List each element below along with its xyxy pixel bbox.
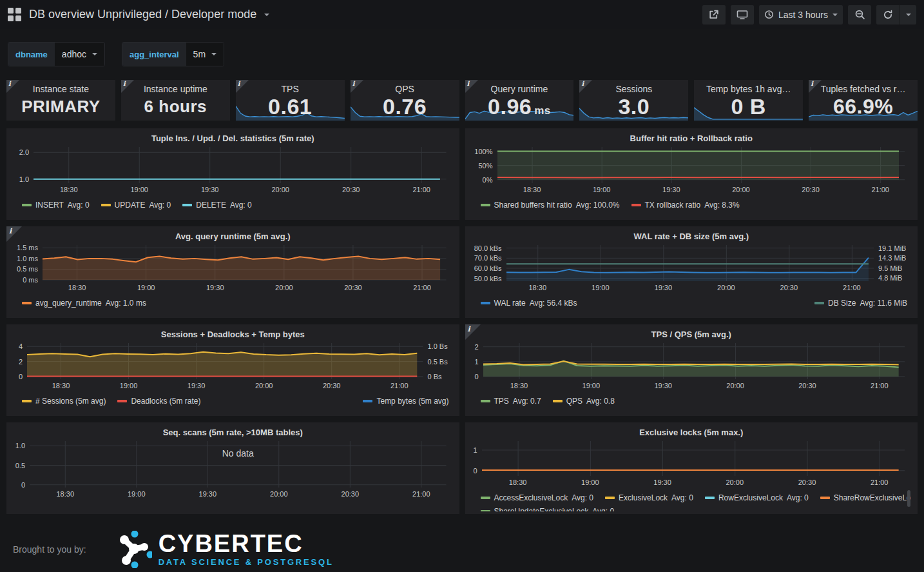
legend-item[interactable]: Temp bytes (5m avg) (363, 397, 448, 406)
stat-title[interactable]: Query runtime (465, 84, 574, 94)
y-axis-right: 19.1 MiB14.3 MiB9.5 MiB4.8 MiB (874, 245, 911, 293)
legend-series-color (101, 204, 111, 206)
stat-title[interactable]: Sessions (579, 84, 688, 94)
panel-title[interactable]: WAL rate + DB size (5m avg.) (472, 230, 912, 245)
legend-item[interactable]: ShareUpdateExclusiveLockAvg: 0 (481, 507, 615, 512)
legend-item[interactable]: DB SizeAvg: 11.6 MiB (814, 299, 907, 308)
x-tick-label: 19:00 (120, 382, 138, 390)
legend-series-name: INSERT (35, 201, 64, 210)
panel-info-icon[interactable]: i (809, 80, 822, 93)
panel-info-icon[interactable]: i (6, 80, 19, 93)
variable-value-dropdown[interactable]: adhoc (55, 43, 104, 66)
x-tick-label: 20:00 (717, 284, 735, 291)
legend-item[interactable]: DELETEAvg: 0 (182, 201, 252, 210)
legend-item[interactable]: # Sessions (5m avg) (22, 397, 106, 406)
legend-item[interactable]: AccessExclusiveLockAvg: 0 (481, 493, 594, 502)
legend-item[interactable]: WAL rateAvg: 56.4 kBs (481, 299, 577, 308)
legend-series-name: RowExclusiveLock (718, 493, 783, 502)
legend-item[interactable]: ExclusiveLockAvg: 0 (605, 493, 693, 502)
stat-value: 3.0 (579, 94, 688, 119)
tv-kiosk-button[interactable] (731, 5, 754, 25)
panel-title[interactable]: TPS / QPS (5m avg.) (472, 328, 912, 343)
panel-title[interactable]: Buffer hit ratio + Rollback ratio (472, 132, 912, 147)
y-axis-right (447, 441, 453, 499)
legend-item[interactable]: Shared buffers hit ratioAvg: 100.0% (481, 201, 620, 210)
x-axis-labels: 18:3019:0019:3020:0020:3021:00 (43, 281, 447, 293)
legend-item[interactable]: UPDATEAvg: 0 (101, 201, 171, 210)
y-axis-left: 80.0 kBs70.0 kBs60.0 kBs50.0 kBs (472, 245, 506, 293)
y-tick-label-right: 0.5 Bs (428, 358, 448, 366)
panel-info-icon[interactable]: i (6, 226, 22, 242)
legend-item[interactable]: INSERTAvg: 0 (22, 201, 90, 210)
panel-title[interactable]: Sessions + Deadlocks + Temp bytes (13, 328, 453, 343)
x-tick-label: 20:30 (342, 490, 360, 498)
panel-title[interactable]: Exclusive locks (5m max.) (472, 426, 912, 441)
panel-info-icon[interactable]: i (579, 80, 592, 93)
x-axis-labels: 18:3019:0019:3020:0020:3021:00 (34, 183, 447, 195)
y-tick-label: 0 (473, 467, 477, 475)
panel-info-icon[interactable]: i (465, 324, 481, 340)
y-tick-label: 50% (478, 162, 492, 170)
variable-caret-icon (211, 53, 217, 55)
stat-panels-row: iInstance statePRIMARYiInstance uptime6 … (6, 80, 918, 121)
panel-wal-rate: WAL rate + DB size (5m avg.)80.0 kBs70.0… (465, 226, 918, 318)
variable-label: agg_interval (122, 43, 186, 66)
y-axis-left: 2.01.0 (13, 147, 34, 195)
legend-series-avg: Avg: 8.3% (704, 201, 739, 210)
stat-title[interactable]: TPS (236, 84, 345, 94)
stat-title[interactable]: Instance state (6, 84, 115, 94)
x-tick-label: 21:00 (871, 382, 889, 390)
stat-value: 6 hours (121, 94, 230, 119)
x-tick-label: 18:30 (56, 490, 74, 498)
legend-item[interactable]: QPSAvg: 0.8 (553, 397, 615, 406)
x-tick-label: 18:30 (528, 284, 546, 291)
dashboard-title[interactable]: DB overview Unprivileged / Developer mod… (29, 8, 256, 21)
legend-series-color (481, 510, 490, 512)
zoom-out-button[interactable] (848, 5, 871, 25)
legend-scrollbar[interactable] (907, 490, 910, 507)
stat-title[interactable]: Temp bytes 1h avg… (694, 84, 803, 94)
legend-item[interactable]: ShareRowExclusiveLockAvg: 0 (820, 493, 911, 502)
variable-value-dropdown[interactable]: 5m (186, 43, 224, 66)
share-button[interactable] (702, 5, 726, 25)
stat-title[interactable]: Tuples fetched vs r… (809, 84, 918, 94)
panel-info-icon[interactable]: i (465, 80, 478, 93)
x-axis-labels: 18:3019:0019:3020:0020:3021:00 (483, 379, 905, 391)
stat-title[interactable]: Instance uptime (121, 84, 230, 94)
panel-title[interactable]: Tuple Ins. / Upd. / Del. statistics (5m … (13, 132, 453, 147)
legend-series-avg: Avg: 0 (787, 493, 809, 502)
footer-credit-text: Brought to you by: (13, 544, 86, 555)
legend-item[interactable]: Deadlocks (5m rate) (117, 397, 200, 406)
refresh-interval-button[interactable] (900, 5, 916, 25)
legend-row: TPSAvg: 0.7QPSAvg: 0.8 (481, 394, 908, 408)
legend-item[interactable]: avg_query_runtimeAvg: 1.0 ms (22, 299, 146, 308)
panel-title[interactable]: Avg. query runtime (5m avg.) (13, 230, 453, 245)
y-axis-left: 1.00.50 (13, 441, 30, 499)
legend-item[interactable]: TPSAvg: 0.7 (481, 397, 541, 406)
x-tick-label: 21:00 (412, 490, 430, 498)
dashboard-title-caret-icon[interactable] (264, 14, 269, 16)
legend-item[interactable]: TX rollback ratioAvg: 8.3% (631, 201, 740, 210)
dashboard-grid-icon[interactable] (8, 8, 21, 21)
panel-info-icon[interactable]: i (121, 80, 134, 93)
panel-exclusive-locks: Exclusive locks (5m max.)1018:3019:0019:… (465, 422, 918, 514)
time-range-label: Last 3 hours (778, 10, 828, 20)
stat-title[interactable]: QPS (351, 84, 459, 94)
plot-area: No data (30, 441, 447, 488)
x-tick-label: 19:30 (662, 186, 680, 193)
stat-panel-instance-state: iInstance statePRIMARY (6, 80, 115, 121)
time-range-picker[interactable]: Last 3 hours (759, 5, 843, 25)
legend: TPSAvg: 0.7QPSAvg: 0.8 (472, 391, 912, 413)
legend-series-name: # Sessions (5m avg) (35, 397, 106, 406)
panel-title[interactable]: Seq. scans (5m rate, >10MB tables) (13, 426, 453, 441)
brand-tagline: DATA SCIENCE & POSTGRESQL (159, 557, 334, 567)
panel-info-icon[interactable]: i (236, 80, 249, 93)
legend-item[interactable]: RowExclusiveLockAvg: 0 (705, 493, 809, 502)
y-tick-label-right: 1.0 Bs (428, 342, 448, 350)
refresh-button[interactable] (876, 5, 900, 25)
x-tick-label: 18:30 (60, 186, 78, 193)
y-axis-left: 420 (13, 343, 27, 391)
legend-series-color (553, 400, 563, 402)
x-tick-label: 19:00 (130, 186, 148, 193)
panel-info-icon[interactable]: i (351, 80, 363, 93)
